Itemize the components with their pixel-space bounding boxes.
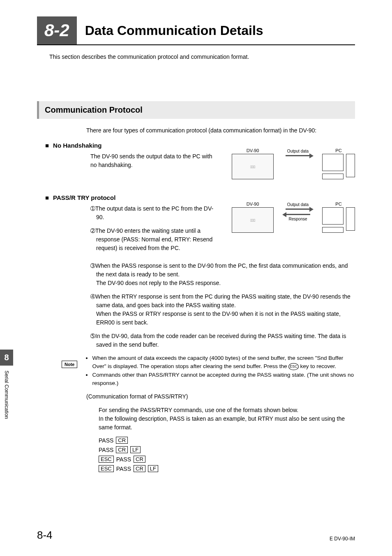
note-label: Note [62,361,77,368]
pc-device-icon-2 [322,207,355,236]
arrow-label-output: Output data [287,149,309,153]
diagram-no-handshaking: DV-90 ▯▯▯ Output data PC [232,148,355,183]
cmd-row-1: PASS CR [99,437,355,444]
arrow-left-icon [286,214,310,215]
page-footer: 8-4 E DV-90-IM [37,529,355,542]
note-bullet-1: When the amount of data exceeds the capa… [92,354,355,371]
page-content: 8-2 Data Communication Details This sect… [0,0,392,491]
arrow2-label-output: Output data [287,202,309,207]
chapter-number: 8-2 [37,16,77,44]
cmd-text: PASS [116,456,131,463]
cmd-row-3: ESC PASS CR [99,456,355,463]
esc-key-icon: ESC [288,363,299,371]
no-handshaking-text: The DV-90 sends the output data to the P… [90,152,214,169]
chapter-intro: This section describes the communication… [49,53,355,60]
subheading-pass-rtry: PASS/R TRY protocol [45,194,355,201]
diagram-pass-rtry: DV-90 ▯▯▯ Output data Response PC [232,202,355,236]
doc-id: E DV-90-IM [330,536,355,542]
pc-device-icon [322,154,355,183]
section-intro: There are four types of communication pr… [86,127,355,134]
cmd-text: PASS [99,447,113,453]
pass-item-5: ➄In the DV-90, data from the code reader… [90,332,355,349]
cmd-row-4: ESC PASS CR LF [99,465,355,472]
comm-format-heading: (Communication format of PASS/RTRY) [86,392,355,401]
dv90-device-icon-2: ▯▯▯ [232,207,274,233]
arrow-right-icon [286,155,310,156]
page-number: 8-4 [37,529,53,542]
cmd-box-lf: LF [130,446,141,453]
pass-item-4: ➃When the RTRY response is sent from the… [90,292,355,327]
pass-item-1: ➀The output data is sent to the PC from … [90,204,219,222]
diagram2-label-pc: PC [322,202,355,206]
note-block: Note When the amount of data exceeds the… [62,354,355,387]
cmd-box-cr: CR [116,446,128,453]
diagram-label-dv90: DV-90 [232,148,274,153]
chapter-title: Data Communication Details [77,16,272,44]
cmd-box-lf: LF [148,465,158,472]
pass-item-3: ➂When the PASS response is sent to the D… [90,262,355,287]
arrow2-label-response: Response [288,217,307,221]
note-body: When the amount of data exceeds the capa… [85,354,355,387]
note-bullet-1-postesc: key to recover. [300,363,337,369]
cmd-text: PASS [116,466,131,472]
cmd-row-2: PASS CR LF [99,446,355,453]
pass-item-2: ➁The DV-90 enters the waiting state unti… [90,227,219,253]
chapter-header: 8-2 Data Communication Details [37,16,355,45]
cmd-box-cr: CR [134,465,145,472]
cmd-text: PASS [99,437,113,444]
diagram2-label-dv90: DV-90 [232,202,274,206]
note-bullet-2: Commands other than PASS/RTRY cannot be … [92,371,355,388]
cmd-box-esc: ESC [99,456,114,463]
cmd-box-esc: ESC [99,465,114,472]
diagram-label-pc: PC [322,148,355,153]
section-heading: Communication Protocol [37,101,355,119]
cmd-box-cr: CR [134,456,145,463]
comm-format-text: For sending the PASS/RTRY commands, use … [99,406,355,432]
cmd-box-cr: CR [116,437,128,444]
dv90-device-icon: ▯▯▯ [232,154,274,179]
arrow-right-icon-2 [286,208,310,210]
